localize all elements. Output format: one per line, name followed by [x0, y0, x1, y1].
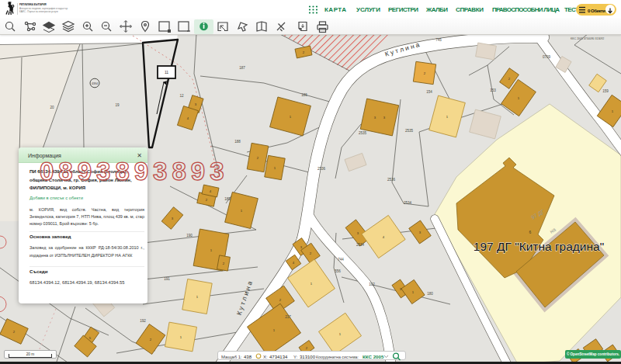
- svg-text:102: 102: [369, 283, 375, 286]
- svg-text:ЖАЛБИ: ЖАЛБИ: [425, 6, 448, 13]
- svg-text:ПРАВОСПОСОБНИ ЛИЦА: ПРАВОСПОСОБНИ ЛИЦА: [492, 6, 560, 13]
- svg-text:745: 745: [435, 38, 442, 42]
- svg-text:154: 154: [426, 90, 432, 94]
- svg-text:СПРАВКИ: СПРАВКИ: [456, 6, 484, 13]
- svg-text:КАРТА: КАРТА: [324, 6, 346, 13]
- svg-text:438: 438: [244, 355, 252, 359]
- svg-text:Агенция по геодезия, картограф: Агенция по геодезия, картография и кадас…: [19, 7, 68, 10]
- svg-text:188: 188: [234, 140, 241, 144]
- svg-text:187: 187: [239, 66, 245, 70]
- svg-text:РЕГИСТРИ: РЕГИСТРИ: [388, 6, 418, 13]
- svg-text:192: 192: [140, 319, 146, 323]
- svg-text:2535: 2535: [359, 131, 367, 135]
- svg-text:ККС 2005: ККС 2005: [363, 354, 384, 359]
- svg-text:УСЛУГИ: УСЛУГИ: [356, 6, 380, 13]
- svg-text:159: 159: [602, 89, 609, 93]
- svg-text:KKC 2005 4734090 313092: KKC 2005 4734090 313092: [571, 37, 604, 40]
- svg-text:744: 744: [338, 258, 344, 262]
- svg-text:186: 186: [301, 93, 307, 97]
- svg-text:191: 191: [164, 277, 170, 281]
- svg-text:4394: 4394: [92, 82, 98, 85]
- svg-text:КАИС - Портал за електронни ус: КАИС - Портал за електронни услуги: [19, 10, 58, 13]
- svg-text:153: 153: [490, 88, 496, 92]
- svg-text:X:: X:: [263, 355, 268, 359]
- svg-text:РЕПУБЛИКА БЪЛГАРИЯ: РЕПУБЛИКА БЪЛГАРИЯ: [19, 3, 47, 6]
- svg-text:19: 19: [115, 103, 120, 107]
- svg-text:12: 12: [179, 94, 184, 98]
- svg-text:0709: 0709: [543, 55, 551, 59]
- svg-text:Y:: Y:: [293, 355, 298, 359]
- svg-text:180: 180: [427, 292, 433, 296]
- svg-text:0 Обекти: 0 Обекти: [588, 8, 605, 12]
- svg-text:4734134: 4734134: [269, 355, 288, 359]
- svg-text:2534: 2534: [356, 243, 365, 247]
- svg-text:2535: 2535: [405, 129, 414, 133]
- svg-text:197 ДГ "Китна градина": 197 ДГ "Китна градина": [474, 240, 604, 253]
- svg-text:313100: 313100: [300, 355, 316, 359]
- svg-text:2536: 2536: [317, 167, 326, 171]
- svg-text:Мащаб 1:: Мащаб 1:: [221, 355, 242, 359]
- svg-text:11: 11: [165, 70, 168, 75]
- svg-text:189: 189: [224, 197, 231, 201]
- svg-text:217: 217: [285, 315, 291, 319]
- svg-text:Координатна система:: Координатна система:: [316, 355, 359, 359]
- svg-text:190: 190: [186, 234, 193, 237]
- svg-text:20: 20: [50, 106, 54, 109]
- svg-text:556: 556: [335, 269, 341, 273]
- svg-text:6: 6: [529, 230, 532, 234]
- svg-text:2534: 2534: [404, 201, 412, 205]
- svg-text:2536: 2536: [387, 178, 396, 182]
